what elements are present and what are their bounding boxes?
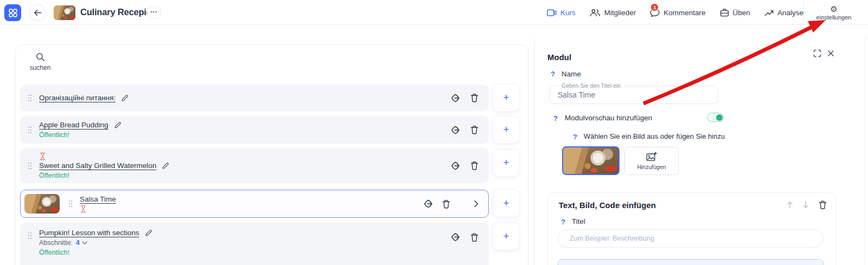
delete-module-icon[interactable] [470,125,479,135]
editor-area[interactable] [558,259,824,265]
scrollbar-track[interactable] [865,38,865,265]
drag-handle-icon[interactable] [28,162,32,170]
sections-count: 4 [76,239,80,247]
delete-module-icon[interactable] [470,232,479,242]
help-icon[interactable]: ? [551,70,555,78]
add-module-button[interactable]: + [493,150,519,176]
sections-label: Abschnitte: [39,239,73,247]
add-module-button[interactable]: + [493,85,519,111]
search-button[interactable]: suchen [25,53,55,72]
module-title-link[interactable]: Apple Bread Pudding [39,121,108,129]
drag-handle-icon[interactable] [68,200,73,208]
delete-module-icon[interactable] [470,93,479,103]
gear-icon: ⚙ [830,5,837,14]
preview-toggle[interactable] [707,113,724,122]
help-icon[interactable]: ? [553,114,558,122]
hourglass-icon [80,205,116,213]
more-button[interactable]: ··· [147,7,161,18]
module-title-link[interactable]: Pumpkin! Lesson with sections [39,229,139,237]
module-list-card: suchen Організаційні питання: + Apple Br… [15,44,528,265]
nav-kurs[interactable]: Kurs [547,9,576,17]
move-module-icon[interactable] [450,125,461,135]
status-badge: Öffentlich! [39,131,122,139]
drag-handle-icon[interactable] [28,126,32,134]
module-title-link[interactable]: Salsa Time [80,195,116,203]
back-button[interactable] [29,4,46,21]
module-row: Організаційні питання: [20,85,489,111]
selected-image-thumbnail[interactable] [562,146,620,175]
preview-toggle-label: Modulvorschau hinzufügen [565,114,652,122]
settings-button[interactable]: ⚙ einstellungen [807,0,861,25]
add-module-button[interactable]: + [493,117,519,143]
move-up-icon[interactable] [787,201,793,209]
move-module-icon[interactable] [423,199,433,209]
trend-up-icon [764,9,774,16]
delete-module-icon[interactable] [470,161,479,171]
module-row-selected: Salsa Time [20,190,489,218]
app-window: Culinary Recepies ··· Kurs Mitglieder [0,0,868,265]
nav-ueben-label: Üben [733,9,750,17]
module-row: Sweet and Salty Grilled Watermelon Öffen… [20,148,489,183]
module-row: Apple Bread Pudding Öffentlich! [20,116,489,144]
nav-kommentare[interactable]: 1 Kommentare [650,8,705,17]
name-floating-label: Geben Sie den Titel ein [558,82,624,89]
people-icon [590,9,601,17]
video-icon [547,9,557,17]
image-picker-label: Wählen Sie ein Bild aus oder fügen Sie h… [584,132,725,140]
move-down-icon[interactable] [802,201,809,209]
titel-input[interactable] [558,229,824,248]
move-module-icon[interactable] [450,232,461,242]
nav-analyse-label: Analyse [777,9,803,17]
grid-icon [9,9,17,17]
comment-count-badge: 1 [650,3,659,11]
header-nav: Kurs Mitglieder 1 Kommentare [547,0,803,25]
module-row: Pumpkin! Lesson with sections Abschnitte… [20,223,489,265]
edit-pencil-icon[interactable] [113,121,122,129]
nav-mitglieder[interactable]: Mitglieder [590,9,636,17]
course-thumbnail [54,5,75,20]
toggle-knob [716,114,723,121]
chevron-right-icon[interactable] [474,201,478,208]
block-title: Text, Bild, Code einfügen [559,201,656,210]
sections-toggle[interactable]: Abschnitte: 4 [39,239,152,247]
search-label: suchen [30,64,51,72]
nav-kommentare-label: Kommentare [663,9,705,17]
name-field-label: Name [561,70,581,78]
move-module-icon[interactable] [450,93,461,103]
image-plus-icon [646,152,657,161]
titel-field-label: Titel [572,217,585,225]
status-badge: Öffentlich! [39,172,169,179]
header-bar: Culinary Recepies ··· Kurs Mitglieder [0,0,868,25]
add-module-button[interactable]: + [493,223,519,250]
nav-ueben[interactable]: Üben [720,8,750,17]
name-input-wrap: Geben Sie den Titel ein [549,86,718,104]
delete-block-icon[interactable] [818,200,827,210]
nav-mitglieder-label: Mitglieder [604,9,636,17]
add-image-button[interactable]: Hinzufügen [624,147,679,175]
chevron-down-icon [82,241,87,245]
hourglass-icon [39,152,169,160]
help-icon[interactable]: ? [573,133,577,141]
module-title-link[interactable]: Sweet and Salty Grilled Watermelon [39,161,156,170]
edit-pencil-icon[interactable] [161,161,169,170]
app-grid-button[interactable] [4,4,21,21]
edit-pencil-icon[interactable] [144,229,152,237]
drag-handle-icon[interactable] [28,94,32,102]
panel-title: Modul [547,53,571,62]
drag-handle-icon[interactable] [28,232,32,240]
help-icon[interactable]: ? [561,218,565,226]
module-thumbnail [24,194,60,214]
expand-icon[interactable] [813,49,821,57]
search-icon [36,53,45,62]
edit-pencil-icon[interactable] [120,94,129,102]
briefcase-icon [720,8,729,17]
delete-module-icon[interactable] [442,199,451,209]
module-title-link[interactable]: Організаційні питання: [39,94,116,102]
arrow-left-icon [34,9,42,16]
close-icon[interactable] [828,50,834,56]
nav-analyse[interactable]: Analyse [764,9,803,17]
module-settings-panel: Modul ? Name Geben Sie den Titel ein ? M… [534,38,868,265]
add-module-button[interactable]: + [493,190,519,217]
move-module-icon[interactable] [450,160,461,171]
header-divider [803,0,804,25]
